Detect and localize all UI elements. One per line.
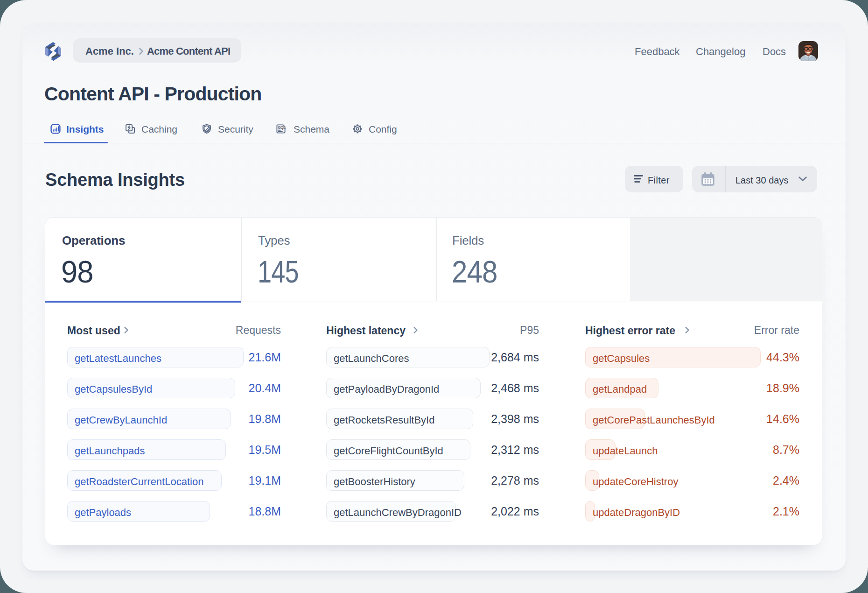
- svg-text:GQL: GQL: [278, 126, 286, 130]
